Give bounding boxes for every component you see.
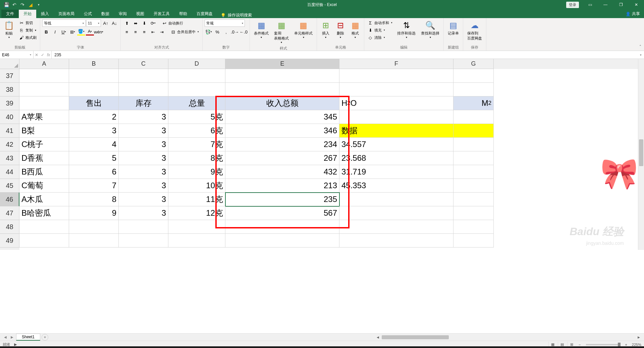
cell-E39[interactable]: 收入总额 [225,96,339,110]
ribbon-options-icon[interactable]: ▭ [582,0,598,9]
cancel-formula-icon[interactable]: ✕ [35,53,38,57]
cell-F40[interactable] [339,110,453,124]
font-size-combo[interactable]: 11▾ [86,19,101,27]
cell-C37[interactable] [119,69,168,83]
cell-G39[interactable]: M2 [453,96,494,110]
tab-view[interactable]: 视图 [131,10,149,18]
cell-C43[interactable]: 3 [119,151,168,165]
cell-D40[interactable]: 5克 [168,110,225,124]
cell-E47[interactable]: 567 [225,206,339,220]
cell-G43[interactable] [453,151,494,165]
bold-button[interactable]: B [42,28,50,36]
cell-A43[interactable]: D香蕉 [19,151,69,165]
merge-center-button[interactable]: ⊟合并后居中▾ [169,28,200,36]
login-button[interactable]: 登录 [566,2,579,8]
row-header-41[interactable]: 41 [0,124,19,138]
cell-B39[interactable]: 售出 [69,96,119,110]
cell-D43[interactable]: 8克 [168,151,225,165]
cell-A40[interactable]: A苹果 [19,110,69,124]
expand-formula-icon[interactable]: ▾ [637,51,644,59]
column-header-D[interactable]: D [168,59,225,69]
select-all-button[interactable] [0,59,19,69]
tab-dev[interactable]: 开发工具 [149,10,174,18]
number-format-combo[interactable]: 常规▾ [205,19,245,27]
cell-F37[interactable] [339,69,453,83]
cell-F49[interactable] [339,234,453,248]
cell-F48[interactable] [339,220,453,234]
cell-D38[interactable] [168,83,225,96]
cell-E41[interactable]: 346 [225,124,339,138]
maximize-icon[interactable]: ❐ [613,0,629,9]
scroll-thumb[interactable] [639,139,643,166]
fx-icon[interactable]: fx [47,53,50,57]
align-right-icon[interactable]: ≡ [140,28,148,36]
cell-F44[interactable]: 31.719 [339,165,453,179]
row-header-38[interactable]: 38 [0,83,19,96]
percent-icon[interactable]: % [213,28,221,36]
cell-D49[interactable] [168,234,225,248]
format-painter-button[interactable]: 🖌格式刷 [17,34,38,41]
wrap-text-button[interactable]: ↩自动换行 [160,19,184,27]
conditional-format-button[interactable]: ▦条件格式▾ [252,19,271,40]
insert-cells-button[interactable]: ⊞插入▾ [319,19,332,40]
cell-C48[interactable] [119,220,168,234]
table-format-button[interactable]: ▦套用 表格格式▾ [272,19,291,45]
cell-B46[interactable]: 8 [69,193,119,206]
cell-D45[interactable]: 10克 [168,179,225,193]
find-select-button[interactable]: 🔍查找和选择▾ [419,19,441,40]
cells-area[interactable]: 售出库存总量收入总额H2OM2A苹果235克345B梨336克346数据C桃子4… [19,69,638,250]
cell-A49[interactable] [19,234,69,248]
cell-A48[interactable] [19,220,69,234]
row-header-45[interactable]: 45 [0,179,19,193]
phonetic-button[interactable]: wén▾ [95,28,103,36]
tab-file[interactable]: 文件 [1,10,19,18]
font-name-combo[interactable]: 等线▾ [42,19,86,27]
cell-A42[interactable]: C桃子 [19,138,69,151]
cell-B45[interactable]: 7 [69,179,119,193]
cell-G45[interactable] [453,179,494,193]
cell-C42[interactable]: 3 [119,138,168,151]
cell-E46[interactable]: 235 [225,193,339,206]
cell-F41[interactable]: 数据 [339,124,453,138]
cell-D46[interactable]: 11克 [168,193,225,206]
undo-icon[interactable]: ↶ [11,1,18,8]
align-top-icon[interactable]: ⬆ [123,19,131,27]
clear-button[interactable]: ◇清除▾ [366,34,394,41]
cell-F42[interactable]: 34.557 [339,138,453,151]
cell-E40[interactable]: 345 [225,110,339,124]
cell-G41[interactable] [453,124,494,138]
cell-B37[interactable] [69,69,119,83]
row-header-46[interactable]: 46 [0,193,19,206]
minimize-icon[interactable]: — [598,0,613,9]
cell-C46[interactable]: 3 [119,193,168,206]
paste-button[interactable]: 📋 粘贴 ▾ [2,19,16,40]
cell-D39[interactable]: 总量 [168,96,225,110]
cell-G42[interactable] [453,138,494,151]
row-header-48[interactable]: 48 [0,220,19,234]
collapse-ribbon-icon[interactable]: ˄ [639,45,641,49]
cell-E45[interactable]: 213 [225,179,339,193]
cell-E48[interactable] [225,220,339,234]
decrease-decimal-icon[interactable]: ←.0 [239,28,248,36]
row-header-43[interactable]: 43 [0,151,19,165]
decrease-indent-icon[interactable]: ⇤ [149,28,157,36]
cell-E44[interactable]: 432 [225,165,339,179]
column-header-E[interactable]: E [225,59,339,69]
redo-icon[interactable]: ↷ [19,1,26,8]
record-form-button[interactable]: ▤记录单 [446,19,461,37]
cell-C38[interactable] [119,83,168,96]
cell-B41[interactable]: 3 [69,124,119,138]
save-baidu-button[interactable]: ☁保存到 百度网盘 [465,19,484,42]
cell-G38[interactable] [453,83,494,96]
fill-button[interactable]: ⬇填充▾ [366,27,394,33]
qat-customize-icon[interactable]: ▾ [35,1,42,8]
cell-D37[interactable] [168,69,225,83]
cell-B40[interactable]: 2 [69,110,119,124]
cell-G44[interactable] [453,165,494,179]
cell-D42[interactable]: 7克 [168,138,225,151]
row-header-39[interactable]: 39 [0,96,19,110]
vertical-scrollbar[interactable] [638,59,644,250]
row-header-42[interactable]: 42 [0,138,19,151]
cell-C41[interactable]: 3 [119,124,168,138]
cell-E49[interactable] [225,234,339,248]
